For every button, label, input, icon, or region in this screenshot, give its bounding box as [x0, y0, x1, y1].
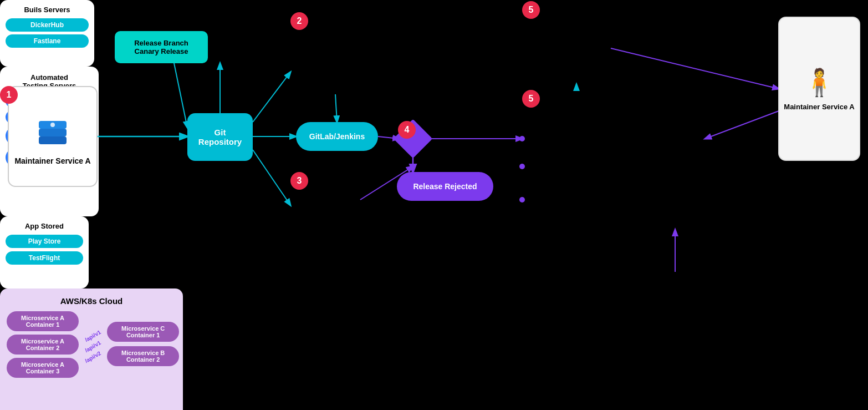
svg-line-3 — [253, 72, 290, 122]
app-play-store: Play Store — [6, 235, 83, 248]
svg-point-16 — [519, 164, 525, 169]
ms-b-c2: Microservice BContainer 2 — [107, 346, 179, 366]
maintainer-service-right: 🧍 Maintainer Service A — [778, 17, 860, 161]
aws-panel: AWS/K8s Cloud Microservice AContainer 1 … — [0, 288, 183, 410]
build-servers-panel: Buils Servers DickerHub Fastlane — [0, 0, 94, 67]
build-item-fastlane: Fastlane — [6, 34, 89, 48]
release-branch-line1: Release Branch — [134, 39, 188, 47]
gitlab-jenkins-node: GitLab/Jenkins — [296, 122, 378, 151]
svg-point-17 — [519, 197, 525, 203]
stack-icon-left — [33, 113, 72, 152]
ms-c-c1: Microservice CContainer 1 — [107, 322, 179, 342]
release-branch-line2: Canary Release — [134, 47, 188, 55]
aws-inner: Microservice AContainer 1 Microservice A… — [7, 311, 176, 381]
build-servers-title: Buils Servers — [6, 6, 89, 14]
svg-point-21 — [50, 123, 55, 127]
aws-microservices-left: Microservice AContainer 1 Microservice A… — [7, 311, 79, 381]
svg-line-6 — [335, 94, 337, 122]
svg-line-5 — [253, 150, 290, 205]
aws-title: AWS/K8s Cloud — [7, 296, 176, 306]
maintainer-right-person-icon: 🧍 — [803, 67, 836, 98]
svg-rect-18 — [39, 136, 67, 144]
app-stored-panel: App Stored Play Store TestFlight — [0, 216, 89, 288]
svg-rect-19 — [39, 129, 67, 136]
badge-1: 1 — [0, 86, 18, 104]
badge-5a: 5 — [522, 1, 540, 19]
aws-microservices-right: Microservice CContainer 1 Microservice B… — [107, 311, 179, 381]
build-item-dockerhub: DickerHub — [6, 18, 89, 32]
svg-line-13 — [705, 111, 779, 139]
app-testflight: TestFlight — [6, 251, 83, 265]
badge-3: 3 — [290, 172, 308, 190]
gitlab-label: GitLab/Jenkins — [309, 132, 365, 141]
release-rejected-label: Release Rejected — [413, 182, 477, 191]
release-rejected-node: Release Rejected — [397, 172, 493, 201]
ms-a-c2: Microservice AContainer 2 — [7, 335, 79, 355]
ms-a-c1: Microservice AContainer 1 — [7, 311, 79, 331]
maintainer-left-label: Maintainer Service A — [14, 156, 90, 165]
git-repository-node: Git Repository — [187, 113, 253, 161]
maintainer-service-left: Maintainer Service A — [8, 86, 98, 187]
git-line2: Repository — [198, 137, 242, 146]
badge-4: 4 — [398, 121, 416, 139]
svg-line-12 — [611, 48, 779, 89]
aws-api-labels: /api/v1 /api/v1 /api/v2 — [84, 311, 101, 381]
ms-a-c3: Microservice AContainer 3 — [7, 358, 79, 378]
app-stored-title: App Stored — [6, 222, 83, 230]
badge-2: 2 — [290, 12, 308, 30]
svg-point-15 — [519, 136, 525, 141]
git-line1: Git — [198, 128, 242, 137]
maintainer-right-label: Maintainer Service A — [779, 103, 859, 111]
badge-5b: 5 — [522, 90, 540, 108]
release-branch-node: Release Branch Canary Release — [115, 31, 208, 63]
diagram-container: 1 Maintainer Service A Release Branch Ca… — [0, 0, 868, 410]
